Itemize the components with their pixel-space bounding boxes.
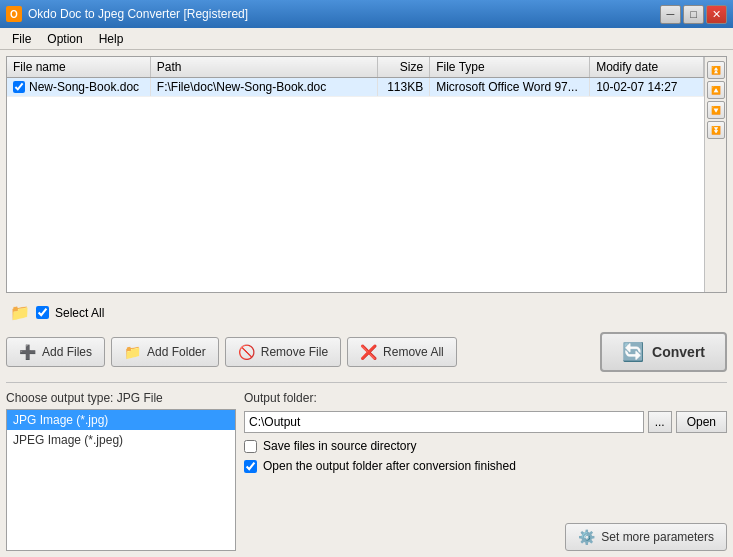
divider (6, 382, 727, 383)
file-list-section: File name Path Size File Type Modify dat… (6, 56, 727, 293)
col-header-size: Size (378, 57, 430, 78)
col-header-path: Path (150, 57, 378, 78)
add-folder-icon: 📁 (124, 344, 141, 360)
app-icon: O (6, 6, 22, 22)
scroll-down-button[interactable]: 🔽 (707, 101, 725, 119)
file-path-cell: F:\File\doc\New-Song-Book.doc (150, 78, 378, 97)
select-all-checkbox[interactable] (36, 306, 49, 319)
gear-icon: ⚙️ (578, 529, 595, 545)
col-header-modifydate: Modify date (590, 57, 704, 78)
output-type-jpg[interactable]: JPG Image (*.jpg) (7, 410, 235, 430)
file-type-cell: Microsoft Office Word 97... (430, 78, 590, 97)
toolbar-row: ➕ Add Files 📁 Add Folder 🚫 Remove File ❌… (6, 330, 727, 374)
scroll-top-button[interactable]: ⏫ (707, 61, 725, 79)
output-type-jpeg[interactable]: JPEG Image (*.jpeg) (7, 430, 235, 450)
open-after-conversion-checkbox[interactable] (244, 460, 257, 473)
add-folder-button[interactable]: 📁 Add Folder (111, 337, 219, 367)
output-type-panel: Choose output type: JPG File JPG Image (… (6, 391, 236, 551)
open-folder-button[interactable]: Open (676, 411, 727, 433)
open-after-conversion-label: Open the output folder after conversion … (263, 459, 516, 473)
output-type-list: JPG Image (*.jpg) JPEG Image (*.jpeg) (6, 409, 236, 551)
title-bar-left: O Okdo Doc to Jpeg Converter [Registered… (6, 6, 248, 22)
file-name-text: New-Song-Book.doc (29, 80, 139, 94)
output-folder-panel: Output folder: ... Open Save files in so… (244, 391, 727, 551)
remove-all-icon: ❌ (360, 344, 377, 360)
title-bar: O Okdo Doc to Jpeg Converter [Registered… (0, 0, 733, 28)
menu-file[interactable]: File (4, 30, 39, 48)
output-folder-label: Output folder: (244, 391, 727, 405)
open-after-conversion-row: Open the output folder after conversion … (244, 459, 727, 473)
scroll-buttons: ⏫ 🔼 🔽 ⏬ (704, 57, 726, 292)
file-size-cell: 113KB (378, 78, 430, 97)
remove-all-button[interactable]: ❌ Remove All (347, 337, 457, 367)
col-header-filetype: File Type (430, 57, 590, 78)
close-button[interactable]: ✕ (706, 5, 727, 24)
maximize-button[interactable]: □ (683, 5, 704, 24)
table-row[interactable]: New-Song-Book.doc F:\File\doc\New-Song-B… (7, 78, 704, 97)
select-all-label: Select All (55, 306, 104, 320)
save-in-source-checkbox[interactable] (244, 440, 257, 453)
output-folder-input[interactable] (244, 411, 644, 433)
folder-path-row: ... Open (244, 411, 727, 433)
add-files-button[interactable]: ➕ Add Files (6, 337, 105, 367)
main-window: File name Path Size File Type Modify dat… (0, 50, 733, 557)
scroll-up-button[interactable]: 🔼 (707, 81, 725, 99)
convert-button[interactable]: 🔄 Convert (600, 332, 727, 372)
remove-file-button[interactable]: 🚫 Remove File (225, 337, 341, 367)
browse-folder-button[interactable]: ... (648, 411, 672, 433)
title-text: Okdo Doc to Jpeg Converter [Registered] (28, 7, 248, 21)
file-name-cell: New-Song-Book.doc (7, 78, 150, 97)
col-header-filename: File name (7, 57, 150, 78)
select-all-row: 📁 Select All (6, 299, 727, 324)
menu-option[interactable]: Option (39, 30, 90, 48)
bottom-section: Choose output type: JPG File JPG Image (… (6, 391, 727, 551)
save-in-source-label: Save files in source directory (263, 439, 416, 453)
scroll-bottom-button[interactable]: ⏬ (707, 121, 725, 139)
set-params-button[interactable]: ⚙️ Set more parameters (565, 523, 727, 551)
file-date-cell: 10-02-07 14:27 (590, 78, 704, 97)
menu-bar: File Option Help (0, 28, 733, 50)
output-type-label: Choose output type: JPG File (6, 391, 236, 405)
file-row-checkbox[interactable] (13, 81, 25, 93)
minimize-button[interactable]: ─ (660, 5, 681, 24)
add-files-icon: ➕ (19, 344, 36, 360)
title-controls: ─ □ ✕ (660, 5, 727, 24)
menu-help[interactable]: Help (91, 30, 132, 48)
folder-icon: 📁 (10, 303, 30, 322)
convert-icon: 🔄 (622, 341, 644, 363)
save-in-source-row: Save files in source directory (244, 439, 727, 453)
file-table: File name Path Size File Type Modify dat… (7, 57, 704, 97)
remove-file-icon: 🚫 (238, 344, 255, 360)
